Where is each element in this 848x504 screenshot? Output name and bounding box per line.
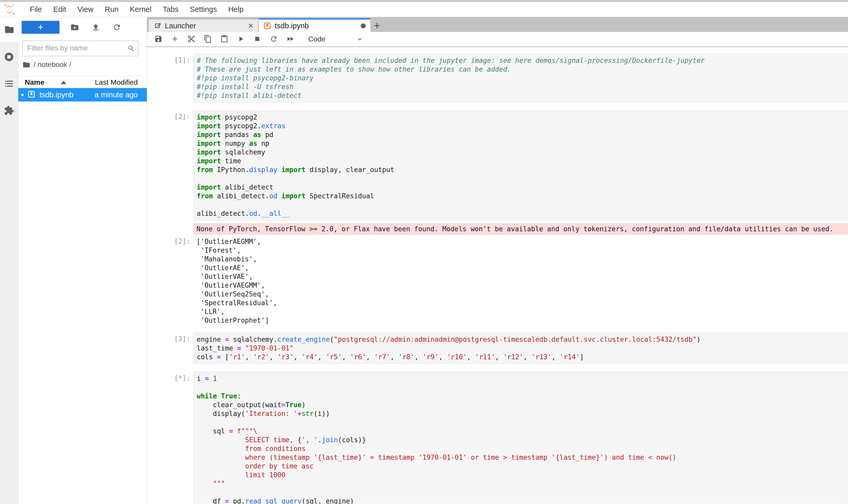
extensions-puzzle-icon[interactable] — [4, 105, 14, 115]
unsaved-changes-dot[interactable] — [361, 23, 366, 28]
notebook-toolbar: Code — [147, 32, 848, 47]
left-sidebar — [0, 17, 18, 504]
jupyterlab-window: FileEditViewRunKernelTabsSettingsHelp — [0, 0, 848, 504]
menu-item-view[interactable]: View — [72, 5, 99, 14]
code-editor[interactable]: engine = sqlalchemy.create_engine("postg… — [193, 332, 848, 364]
code-cell: [1]:# The following libraries have alrea… — [147, 54, 848, 103]
run-cell-button[interactable] — [237, 35, 246, 43]
stderr-text: None of PyTorch, TensorFlow >= 2.0, or F… — [193, 223, 848, 235]
cell-prompt: [3]: — [147, 332, 193, 364]
file-row-tsdb[interactable]: • tsdb.ipynb a minute ago — [18, 88, 147, 102]
filter-files-input[interactable] — [23, 41, 123, 55]
save-button[interactable] — [154, 35, 163, 43]
running-indicator-bullet: • — [21, 90, 26, 100]
restart-run-all-button[interactable] — [286, 35, 295, 43]
file-list-header: Name Last Modified — [18, 76, 147, 88]
menu-item-tabs[interactable]: Tabs — [157, 5, 184, 14]
cell-prompt: [*]: — [147, 372, 193, 504]
folder-icon — [22, 61, 30, 69]
folder-icon — [4, 24, 14, 35]
column-divider — [74, 76, 75, 88]
sort-ascending-icon — [61, 80, 67, 84]
output-cell: [2]:['OutlierAEGMM', 'IForest', 'Mahalan… — [147, 235, 848, 325]
window-top-strip — [0, 0, 848, 2]
output-text: ['OutlierAEGMM', 'IForest', 'Mahalanobis… — [193, 235, 848, 325]
menu-item-edit[interactable]: Edit — [48, 5, 72, 14]
file-browser: + — [18, 17, 147, 504]
new-tab-button[interactable]: + — [370, 20, 384, 32]
cell-prompt: [1]: — [147, 54, 193, 103]
menu-bar: FileEditViewRunKernelTabsSettingsHelp — [0, 2, 848, 17]
filter-input-wrap — [22, 41, 138, 56]
new-folder-icon[interactable] — [70, 23, 79, 32]
search-icon — [127, 45, 135, 52]
code-cell: [*]:i = 1 while True: clear_output(wait=… — [147, 372, 848, 504]
code-editor[interactable]: import psycopg2import psycopg2.extrasimp… — [193, 110, 848, 220]
file-browser-toolbar: + — [22, 21, 144, 34]
code-editor[interactable]: # The following libraries have already b… — [193, 54, 848, 103]
code-cell: [2]:import psycopg2import psycopg2.extra… — [147, 110, 848, 220]
cut-cells-button[interactable] — [187, 35, 196, 43]
add-cell-button[interactable] — [171, 35, 180, 43]
code-editor[interactable]: i = 1 while True: clear_output(wait=True… — [193, 372, 848, 504]
tab-tsdb[interactable]: tsdb.ipynb — [259, 18, 370, 32]
table-of-contents-icon[interactable] — [4, 78, 14, 89]
tab-label: tsdb.ipynb — [275, 22, 309, 30]
notebook-icon — [264, 22, 271, 30]
refresh-icon[interactable] — [112, 23, 121, 32]
sidebar-lower — [0, 42, 18, 504]
launcher-icon — [154, 22, 161, 30]
file-modified: a minute ago — [94, 91, 138, 99]
close-icon[interactable]: × — [248, 22, 253, 30]
menu-item-kernel[interactable]: Kernel — [124, 5, 157, 14]
cell-prompt — [147, 223, 193, 235]
interrupt-kernel-button[interactable] — [253, 35, 262, 43]
cell-type-dropdown[interactable]: Code — [308, 35, 325, 43]
copy-cells-button[interactable] — [204, 35, 213, 43]
upload-icon[interactable] — [91, 23, 100, 32]
menu: FileEditViewRunKernelTabsSettingsHelp — [24, 5, 249, 14]
running-kernels-icon[interactable] — [4, 52, 14, 62]
file-name: tsdb.ipynb — [39, 91, 73, 99]
new-launcher-button[interactable]: + — [22, 21, 59, 34]
menu-item-settings[interactable]: Settings — [184, 5, 222, 14]
code-cell: [3]:engine = sqlalchemy.create_engine("p… — [147, 332, 848, 364]
column-header-name[interactable]: Name — [25, 78, 44, 87]
tab-bar: Launcher × tsdb.ipynb + — [147, 17, 848, 32]
tab-label: Launcher — [165, 22, 196, 30]
menu-item-run[interactable]: Run — [99, 5, 124, 14]
stderr-output-cell: None of PyTorch, TensorFlow >= 2.0, or F… — [147, 223, 848, 235]
menu-item-help[interactable]: Help — [222, 5, 249, 14]
menu-item-file[interactable]: File — [24, 5, 48, 14]
notebook-scroll-area[interactable]: [1]:# The following libraries have alrea… — [147, 47, 848, 504]
column-header-modified[interactable]: Last Modified — [95, 78, 138, 87]
cell-prompt: [2]: — [147, 235, 193, 325]
cell-prompt: [2]: — [147, 110, 193, 220]
chevron-down-icon[interactable] — [356, 35, 364, 43]
sidebar-item-filebrowser[interactable] — [0, 17, 18, 42]
notebook-file-icon — [28, 90, 35, 99]
jupyter-logo — [4, 4, 15, 15]
breadcrumb[interactable]: / notebook / — [22, 60, 71, 69]
breadcrumb-path: / notebook / — [34, 60, 71, 69]
main-area: Launcher × tsdb.ipynb + — [147, 17, 848, 504]
restart-kernel-button[interactable] — [270, 35, 278, 43]
tab-launcher[interactable]: Launcher × — [149, 20, 258, 32]
paste-cells-button[interactable] — [220, 35, 229, 43]
